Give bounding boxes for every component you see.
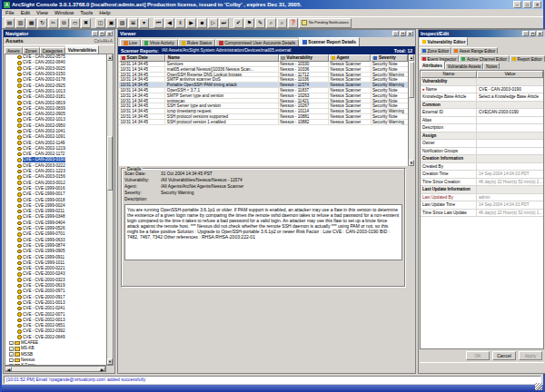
paste-icon[interactable]: ▭ bbox=[70, 18, 80, 28]
cut-icon[interactable]: ✂ bbox=[48, 18, 58, 28]
expand-icon[interactable]: + bbox=[9, 341, 14, 346]
grid-scroll-down-icon[interactable]: ▼ bbox=[409, 160, 414, 166]
tree-horizontal-scrollbar[interactable]: ◀ ▶ bbox=[5, 366, 106, 372]
copy-icon[interactable]: ⧉ bbox=[59, 18, 69, 28]
validate-icon[interactable]: ✔ bbox=[233, 18, 243, 28]
attribute-value[interactable]: CVE|CAN-2003-0190 bbox=[477, 109, 543, 116]
scroll-right-icon[interactable]: ▶ bbox=[99, 367, 105, 371]
subtab-vulnerable-assets[interactable]: Vulnerable Assets bbox=[445, 63, 484, 69]
tab-rules-status[interactable]: Rules Status bbox=[178, 39, 215, 46]
tab-zone-editor[interactable]: Zone Editor bbox=[420, 47, 451, 54]
expand-icon[interactable]: + bbox=[9, 352, 14, 357]
refresh-icon[interactable]: ↻ bbox=[37, 18, 47, 28]
attribute-value[interactable]: Select a Knowledge Base Article bbox=[477, 93, 543, 101]
subtab-notes[interactable]: Notes bbox=[483, 63, 500, 69]
tab-compromised-user-accounts-details[interactable]: Compromised User Accounts Details bbox=[215, 39, 299, 46]
delete-icon[interactable]: ✖ bbox=[81, 18, 91, 28]
viewer-maximize-button[interactable]: ▢ bbox=[400, 31, 406, 36]
tab-asset-range-editor[interactable]: Asset Range Editor bbox=[451, 47, 498, 54]
inspector-float-button[interactable]: □ bbox=[522, 31, 529, 36]
open-icon[interactable]: ▥ bbox=[15, 18, 25, 28]
attribute-value[interactable]: admin bbox=[477, 194, 543, 201]
attribute-value[interactable] bbox=[477, 124, 543, 132]
column-header-severity[interactable]: Severity bbox=[371, 54, 408, 62]
inspector-maximize-button[interactable]: ▢ bbox=[530, 31, 536, 36]
save-icon[interactable]: ▦ bbox=[26, 18, 36, 28]
tab-categories[interactable]: Categories bbox=[40, 47, 65, 54]
tab-assets[interactable]: Assets bbox=[5, 47, 23, 54]
tab-virus-activity[interactable]: Virus Activity bbox=[141, 39, 178, 46]
cancel-button[interactable]: Cancel bbox=[492, 351, 516, 360]
resize-grip[interactable] bbox=[535, 383, 542, 390]
menu-view[interactable]: View bbox=[36, 10, 48, 15]
minimize-button[interactable]: – bbox=[513, 1, 521, 8]
scroll-left-icon[interactable]: ◀ bbox=[5, 367, 12, 371]
subtab-attributes[interactable]: Attributes bbox=[420, 61, 445, 69]
menu-window[interactable]: Window bbox=[54, 10, 74, 15]
inspector-close-button[interactable]: ✕ bbox=[537, 31, 543, 36]
tab-live[interactable]: Live bbox=[120, 39, 141, 46]
stop-icon[interactable]: ■ bbox=[197, 18, 207, 28]
expand-icon[interactable]: + bbox=[9, 358, 14, 363]
show-navigator-icon[interactable]: ◫ bbox=[95, 18, 105, 28]
attribute-value[interactable] bbox=[477, 117, 543, 124]
tree-vertical-scrollbar[interactable]: ▲ ▼ bbox=[106, 54, 113, 365]
scroll-up-icon[interactable]: ▲ bbox=[107, 54, 113, 61]
no-pending-notifications-button[interactable]: No Pending Notifications bbox=[299, 18, 352, 28]
knowledge-icon[interactable]: ⌕ bbox=[277, 18, 287, 28]
attribute-value[interactable]: 14 Sep 2004 14:04:33 PDT bbox=[477, 201, 543, 209]
grid-scroll-thumb[interactable] bbox=[409, 62, 414, 98]
column-header-name[interactable]: Name bbox=[165, 54, 278, 62]
expand-icon[interactable]: + bbox=[9, 347, 14, 351]
viewer-close-button[interactable]: ✕ bbox=[407, 31, 413, 36]
grid-scroll-up-icon[interactable]: ▲ bbox=[409, 54, 414, 61]
jump-end-icon[interactable]: ⏭ bbox=[219, 18, 229, 28]
column-header-agent[interactable]: Agent bbox=[329, 54, 371, 62]
step-forward-icon[interactable]: ▷ bbox=[208, 18, 218, 28]
navigator-close-button[interactable]: ✕ bbox=[106, 31, 113, 36]
layout-dropdown-icon[interactable]: ▾ bbox=[139, 18, 149, 28]
maximize-button[interactable]: □ bbox=[523, 1, 531, 8]
table-row[interactable]: 10/31 14:34:45SSH protocol version 1 ena… bbox=[119, 120, 408, 125]
tab-scanner-report-details[interactable]: Scanner Report Details bbox=[299, 37, 360, 46]
pause-icon[interactable]: ‖ bbox=[175, 18, 185, 28]
tab-zones[interactable]: Zones bbox=[23, 47, 40, 54]
scroll-down-icon[interactable]: ▼ bbox=[107, 358, 113, 365]
new-resource-icon[interactable]: ▤ bbox=[5, 18, 15, 28]
attribute-value[interactable]: 46 day(s) 22 Hour(s) 52 min(s) 1... bbox=[477, 210, 543, 217]
step-back-icon[interactable]: ◀ bbox=[164, 18, 174, 28]
tile-windows-icon[interactable]: ⊞ bbox=[128, 18, 138, 28]
attribute-value[interactable]: 46 day(s) 22 Hour(s) 52 min(s) 2... bbox=[477, 179, 543, 186]
expand-icon[interactable]: + bbox=[9, 364, 14, 365]
navigator-float-button[interactable]: □ bbox=[92, 31, 98, 36]
viewer-float-button[interactable]: □ bbox=[392, 31, 399, 36]
attribute-value[interactable] bbox=[477, 140, 543, 147]
attribute-value[interactable] bbox=[477, 163, 543, 171]
column-header-vulnerability[interactable]: Vulnerability bbox=[279, 54, 329, 62]
show-viewer-icon[interactable]: ▣ bbox=[106, 18, 116, 28]
grid-vertical-scrollbar[interactable]: ▲ ▼ bbox=[408, 54, 414, 166]
attribute-value[interactable] bbox=[477, 148, 543, 155]
jump-start-icon[interactable]: ⏮ bbox=[154, 18, 164, 28]
column-header-scan-date[interactable]: Scan Date bbox=[119, 54, 165, 62]
navigator-maximize-button[interactable]: ▢ bbox=[99, 31, 105, 36]
menu-tools[interactable]: Tools bbox=[80, 10, 93, 15]
tab-active-channel-editor[interactable]: Active Channel Editor bbox=[459, 55, 510, 62]
tree-scroll-thumb[interactable] bbox=[107, 136, 113, 191]
play-icon[interactable]: ▶ bbox=[186, 18, 196, 28]
tab-vulnerabilities[interactable]: Vulnerabilities bbox=[65, 45, 99, 54]
tree-folder-x-force[interactable]: +X-Force bbox=[5, 363, 106, 365]
annotate-icon[interactable]: ✎ bbox=[255, 18, 265, 28]
zoom-in-icon[interactable]: ⌕ bbox=[266, 18, 276, 28]
tab-vulnerability-editor[interactable]: Vulnerability Editor bbox=[420, 37, 468, 45]
attribute-value[interactable]: CVE - CAN-2003-0190 bbox=[477, 86, 543, 93]
menu-help[interactable]: Help bbox=[99, 10, 110, 15]
close-button[interactable]: ✕ bbox=[533, 1, 541, 8]
attribute-value[interactable]: 14 Sep 2004 14:04:33 PDT bbox=[477, 171, 543, 178]
show-inspector-icon[interactable]: ▨ bbox=[117, 18, 127, 28]
flag-icon[interactable]: ⚑ bbox=[244, 18, 254, 28]
menu-edit[interactable]: Edit bbox=[21, 10, 30, 15]
query-icon[interactable]: ❓ bbox=[288, 18, 298, 28]
tab-report-editor[interactable]: Report Editor bbox=[510, 55, 545, 62]
menu-file[interactable]: File bbox=[5, 10, 15, 15]
